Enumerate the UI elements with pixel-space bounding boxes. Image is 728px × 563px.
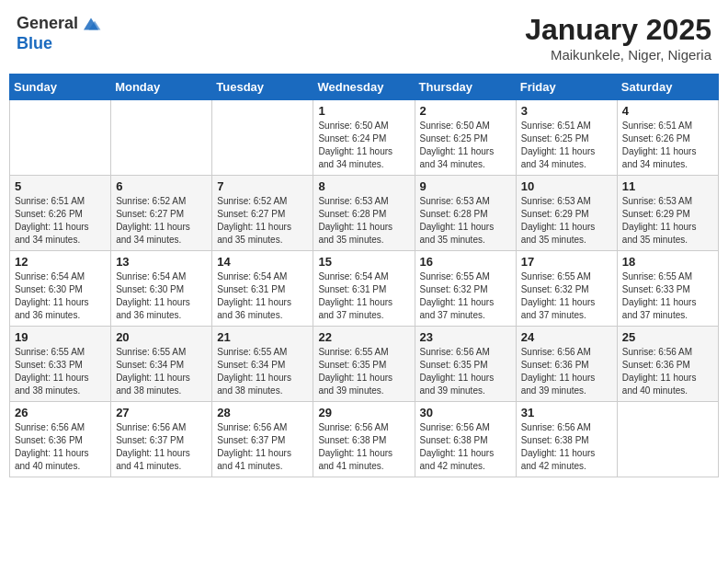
day-number: 28 (217, 406, 308, 419)
logo-general-text: General (17, 15, 78, 33)
weekday-header-thursday: Thursday (415, 75, 516, 100)
day-info: Sunrise: 6:52 AMSunset: 6:27 PMDaylight:… (116, 195, 207, 247)
day-info: Sunrise: 6:53 AMSunset: 6:28 PMDaylight:… (420, 195, 511, 247)
day-cell (617, 402, 718, 477)
day-cell: 4Sunrise: 6:51 AMSunset: 6:26 PMDaylight… (617, 100, 718, 176)
day-number: 22 (318, 330, 409, 344)
day-cell: 25Sunrise: 6:56 AMSunset: 6:36 PMDayligh… (617, 327, 718, 402)
day-info: Sunrise: 6:56 AMSunset: 6:35 PMDaylight:… (420, 346, 511, 397)
day-cell: 2Sunrise: 6:50 AMSunset: 6:25 PMDaylight… (415, 100, 516, 176)
day-cell: 6Sunrise: 6:52 AMSunset: 6:27 PMDaylight… (111, 176, 212, 251)
day-number: 15 (318, 255, 409, 269)
day-info: Sunrise: 6:51 AMSunset: 6:26 PMDaylight:… (15, 195, 106, 247)
day-number: 16 (420, 255, 511, 269)
weekday-header-sunday: Sunday (10, 75, 111, 100)
day-info: Sunrise: 6:56 AMSunset: 6:36 PMDaylight:… (15, 421, 106, 473)
logo-icon (80, 13, 102, 35)
day-cell: 27Sunrise: 6:56 AMSunset: 6:37 PMDayligh… (111, 402, 212, 477)
day-cell: 18Sunrise: 6:55 AMSunset: 6:33 PMDayligh… (617, 251, 718, 327)
day-number: 31 (521, 406, 612, 419)
calendar-title: January 2025 (525, 13, 711, 47)
day-info: Sunrise: 6:51 AMSunset: 6:25 PMDaylight:… (521, 120, 612, 171)
day-info: Sunrise: 6:56 AMSunset: 6:38 PMDaylight:… (420, 421, 511, 473)
logo-blue-text: Blue (17, 35, 52, 53)
day-info: Sunrise: 6:50 AMSunset: 6:25 PMDaylight:… (420, 120, 511, 171)
calendar-location: Maikunkele, Niger, Nigeria (525, 47, 711, 63)
day-number: 4 (622, 104, 713, 118)
day-number: 5 (15, 179, 106, 193)
weekday-header-tuesday: Tuesday (212, 75, 313, 100)
weekday-header-wednesday: Wednesday (313, 75, 415, 100)
day-cell: 7Sunrise: 6:52 AMSunset: 6:27 PMDaylight… (212, 176, 313, 251)
weekday-header-saturday: Saturday (617, 75, 718, 100)
day-number: 9 (420, 179, 511, 193)
day-info: Sunrise: 6:56 AMSunset: 6:37 PMDaylight:… (217, 421, 308, 473)
day-cell: 15Sunrise: 6:54 AMSunset: 6:31 PMDayligh… (313, 251, 415, 327)
weekday-header-row: SundayMondayTuesdayWednesdayThursdayFrid… (10, 75, 719, 100)
day-info: Sunrise: 6:56 AMSunset: 6:38 PMDaylight:… (521, 421, 612, 473)
day-number: 1 (318, 104, 409, 118)
week-row-5: 26Sunrise: 6:56 AMSunset: 6:36 PMDayligh… (10, 402, 719, 477)
day-number: 8 (318, 179, 409, 193)
day-cell: 9Sunrise: 6:53 AMSunset: 6:28 PMDaylight… (415, 176, 516, 251)
day-number: 11 (622, 179, 713, 193)
day-cell: 13Sunrise: 6:54 AMSunset: 6:30 PMDayligh… (111, 251, 212, 327)
day-number: 10 (521, 179, 612, 193)
day-info: Sunrise: 6:56 AMSunset: 6:37 PMDaylight:… (116, 421, 207, 473)
day-info: Sunrise: 6:55 AMSunset: 6:33 PMDaylight:… (15, 346, 106, 397)
day-cell: 31Sunrise: 6:56 AMSunset: 6:38 PMDayligh… (516, 402, 617, 477)
weekday-header-friday: Friday (516, 75, 617, 100)
day-number: 24 (521, 330, 612, 344)
day-info: Sunrise: 6:52 AMSunset: 6:27 PMDaylight:… (217, 195, 308, 247)
day-number: 27 (116, 406, 207, 419)
logo: General Blue (17, 13, 102, 53)
week-row-2: 5Sunrise: 6:51 AMSunset: 6:26 PMDaylight… (10, 176, 719, 251)
title-area: January 2025 Maikunkele, Niger, Nigeria (525, 13, 711, 63)
day-cell: 12Sunrise: 6:54 AMSunset: 6:30 PMDayligh… (10, 251, 111, 327)
day-number: 3 (521, 104, 612, 118)
day-number: 13 (116, 255, 207, 269)
day-number: 23 (420, 330, 511, 344)
day-number: 20 (116, 330, 207, 344)
day-cell (212, 100, 313, 176)
day-cell: 26Sunrise: 6:56 AMSunset: 6:36 PMDayligh… (10, 402, 111, 477)
day-number: 29 (318, 406, 409, 419)
day-cell: 11Sunrise: 6:53 AMSunset: 6:29 PMDayligh… (617, 176, 718, 251)
day-cell: 28Sunrise: 6:56 AMSunset: 6:37 PMDayligh… (212, 402, 313, 477)
day-number: 30 (420, 406, 511, 419)
day-number: 6 (116, 179, 207, 193)
day-info: Sunrise: 6:55 AMSunset: 6:33 PMDaylight:… (622, 270, 713, 322)
day-info: Sunrise: 6:54 AMSunset: 6:30 PMDaylight:… (15, 270, 106, 322)
day-number: 14 (217, 255, 308, 269)
day-cell: 3Sunrise: 6:51 AMSunset: 6:25 PMDaylight… (516, 100, 617, 176)
day-info: Sunrise: 6:54 AMSunset: 6:30 PMDaylight:… (116, 270, 207, 322)
day-cell (10, 100, 111, 176)
header: General Blue January 2025 Maikunkele, Ni… (9, 9, 719, 66)
day-number: 17 (521, 255, 612, 269)
day-cell (111, 100, 212, 176)
day-info: Sunrise: 6:54 AMSunset: 6:31 PMDaylight:… (318, 270, 409, 322)
day-info: Sunrise: 6:53 AMSunset: 6:29 PMDaylight:… (521, 195, 612, 247)
day-number: 12 (15, 255, 106, 269)
day-cell: 16Sunrise: 6:55 AMSunset: 6:32 PMDayligh… (415, 251, 516, 327)
day-cell: 17Sunrise: 6:55 AMSunset: 6:32 PMDayligh… (516, 251, 617, 327)
day-info: Sunrise: 6:54 AMSunset: 6:31 PMDaylight:… (217, 270, 308, 322)
day-number: 2 (420, 104, 511, 118)
day-number: 18 (622, 255, 713, 269)
day-info: Sunrise: 6:51 AMSunset: 6:26 PMDaylight:… (622, 120, 713, 171)
day-cell: 1Sunrise: 6:50 AMSunset: 6:24 PMDaylight… (313, 100, 415, 176)
day-cell: 24Sunrise: 6:56 AMSunset: 6:36 PMDayligh… (516, 327, 617, 402)
day-cell: 29Sunrise: 6:56 AMSunset: 6:38 PMDayligh… (313, 402, 415, 477)
day-number: 19 (15, 330, 106, 344)
day-number: 26 (15, 406, 106, 419)
day-info: Sunrise: 6:55 AMSunset: 6:34 PMDaylight:… (217, 346, 308, 397)
day-info: Sunrise: 6:55 AMSunset: 6:34 PMDaylight:… (116, 346, 207, 397)
day-cell: 14Sunrise: 6:54 AMSunset: 6:31 PMDayligh… (212, 251, 313, 327)
day-info: Sunrise: 6:55 AMSunset: 6:32 PMDaylight:… (521, 270, 612, 322)
day-cell: 22Sunrise: 6:55 AMSunset: 6:35 PMDayligh… (313, 327, 415, 402)
day-info: Sunrise: 6:53 AMSunset: 6:28 PMDaylight:… (318, 195, 409, 247)
day-cell: 19Sunrise: 6:55 AMSunset: 6:33 PMDayligh… (10, 327, 111, 402)
day-cell: 21Sunrise: 6:55 AMSunset: 6:34 PMDayligh… (212, 327, 313, 402)
day-cell: 10Sunrise: 6:53 AMSunset: 6:29 PMDayligh… (516, 176, 617, 251)
day-number: 25 (622, 330, 713, 344)
